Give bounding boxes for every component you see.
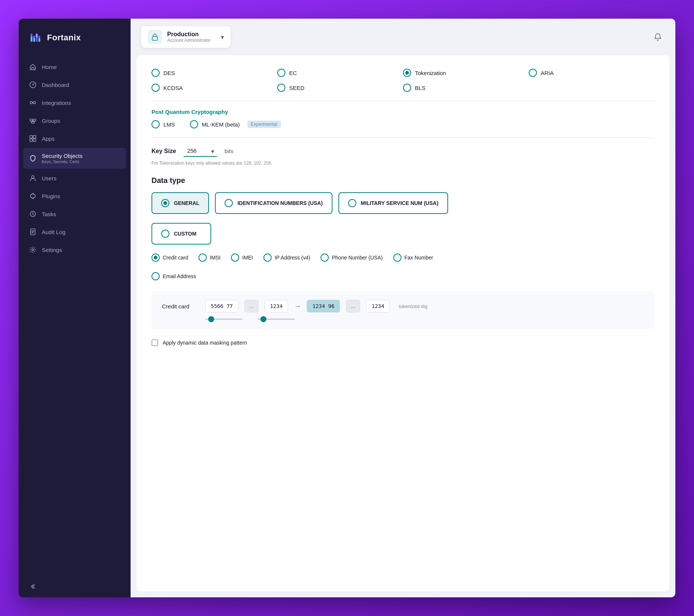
radio-kcdsa [151, 84, 160, 92]
algo-option-seed[interactable]: SEED [277, 84, 403, 92]
sidebar-item-groups[interactable]: Groups [23, 112, 126, 129]
plugins-icon [29, 192, 37, 200]
arrow-icon: → [294, 302, 301, 310]
credit-card-preview: Credit card 5566 77 ... 1234 → 1234 96 .… [151, 291, 654, 329]
svg-rect-15 [31, 122, 34, 123]
token-option-ip-address[interactable]: IP Address (v4) [263, 253, 310, 262]
svg-point-11 [30, 102, 32, 104]
sidebar-item-plugins[interactable]: Plugins [23, 187, 126, 205]
cc-slider-1[interactable] [205, 318, 243, 320]
algo-option-tokenization[interactable]: Tokenization [403, 69, 529, 77]
home-icon [29, 63, 37, 71]
svg-rect-18 [30, 139, 32, 141]
radio-email-address [151, 272, 160, 280]
token-option-credit-card[interactable]: Credit card [151, 253, 188, 262]
collapse-icon [29, 583, 36, 590]
token-option-email-address[interactable]: Email Address [151, 272, 654, 280]
sidebar-item-security-objects[interactable]: Security Objects Keys, Secrets, Certs [23, 148, 126, 169]
pqc-option-lms[interactable]: LMS [151, 120, 175, 128]
pqc-option-mlkem[interactable]: ML-KEM (beta) Experimental [190, 120, 281, 128]
token-label-imei: IMEI [242, 255, 253, 261]
key-size-select-wrap: 128 192 256 [184, 145, 217, 157]
cc-original-group2: 1234 [265, 300, 288, 312]
content-area: DES EC Tokenization ARIA KCDSA [137, 55, 669, 591]
fortanix-logo-icon [29, 31, 43, 45]
radio-imsi [198, 253, 207, 262]
sidebar-item-tasks[interactable]: Tasks [23, 205, 126, 223]
token-option-phone-number[interactable]: Phone Number (USA) [321, 253, 382, 262]
algo-label-bls: BLS [415, 85, 425, 91]
slider-thumb-1[interactable] [208, 316, 214, 322]
token-label-email-address: Email Address [163, 273, 196, 279]
sidebar-item-label-settings: Settings [42, 247, 120, 253]
account-selector[interactable]: Production Account Administrator ▾ [141, 26, 231, 48]
svg-rect-19 [33, 139, 36, 141]
svg-point-10 [32, 84, 34, 85]
integrations-icon [29, 99, 37, 106]
sidebar-item-dashboard[interactable]: Dashboard [23, 76, 126, 93]
divider-2 [151, 137, 654, 138]
divider-1 [151, 101, 654, 101]
data-type-card-general[interactable]: GENERAL [151, 192, 209, 214]
data-type-card-military[interactable]: MILITARY SERVICE NUM (USA) [338, 192, 448, 214]
token-option-imsi[interactable]: IMSI [198, 253, 221, 262]
token-label-fax-number: Fax Number [404, 255, 433, 261]
main-content: Production Account Administrator ▾ [131, 19, 675, 597]
bell-icon [654, 33, 662, 41]
apps-icon [29, 135, 37, 142]
key-size-section: Key Size 128 192 256 bits For Tokenizati… [151, 145, 654, 166]
radio-fax-number [393, 253, 401, 262]
tasks-icon [29, 210, 37, 218]
sidebar-item-users[interactable]: Users [23, 169, 126, 187]
algo-label-ec: EC [289, 70, 297, 76]
cc-preview-label: Credit card [162, 303, 199, 309]
masking-checkbox[interactable] [151, 339, 158, 346]
token-label-phone-number: Phone Number (USA) [332, 255, 382, 261]
data-type-card-custom[interactable]: CUSTOM [151, 223, 211, 245]
key-size-select[interactable]: 128 192 256 [184, 145, 217, 157]
algorithm-grid: DES EC Tokenization ARIA KCDSA [151, 69, 654, 92]
logo-text: Fortanix [47, 33, 81, 43]
cc-slider-2[interactable] [257, 318, 295, 320]
sidebar-item-apps[interactable]: Apps [23, 130, 126, 147]
key-size-hint: For Tokenization keys only allowed value… [151, 161, 654, 166]
slider-thumb-2[interactable] [260, 316, 266, 322]
algo-option-ec[interactable]: EC [277, 69, 403, 77]
sidebar-item-settings[interactable]: Settings [23, 241, 126, 258]
sidebar-item-label-apps: Apps [42, 136, 120, 142]
notification-button[interactable] [651, 30, 665, 44]
algo-option-des[interactable]: DES [151, 69, 277, 77]
sidebar-item-label-audit: Audit Log [42, 229, 120, 235]
cc-preview-row: Credit card 5566 77 ... 1234 → 1234 96 .… [162, 300, 644, 312]
sidebar-item-integrations[interactable]: Integrations [23, 94, 126, 111]
pqc-options: LMS ML-KEM (beta) Experimental [151, 120, 654, 128]
collapse-button[interactable] [29, 583, 120, 590]
lock-icon [151, 33, 159, 41]
custom-row: CUSTOM [151, 223, 654, 245]
sidebar-item-home[interactable]: Home [23, 58, 126, 75]
experimental-badge: Experimental [247, 121, 281, 128]
svg-point-23 [32, 249, 34, 251]
account-icon [148, 30, 162, 44]
token-label-imsi: IMSI [210, 255, 221, 261]
svg-rect-17 [33, 136, 36, 138]
data-type-card-identification[interactable]: IDENTIFICATION NUMBERS (USA) [215, 192, 332, 214]
token-option-imei[interactable]: IMEI [231, 253, 253, 262]
svg-rect-8 [38, 36, 40, 38]
topbar: Production Account Administrator ▾ [131, 19, 675, 55]
account-role: Account Administrator [167, 38, 216, 43]
svg-point-20 [32, 176, 34, 178]
token-option-fax-number[interactable]: Fax Number [393, 253, 433, 262]
svg-rect-2 [31, 34, 32, 37]
algo-option-aria[interactable]: ARIA [529, 69, 654, 77]
svg-rect-16 [30, 136, 32, 138]
dashboard-icon [29, 81, 37, 88]
sidebar-item-label-security: Security Objects Keys, Secrets, Certs [42, 153, 120, 164]
data-type-grid: GENERAL IDENTIFICATION NUMBERS (USA) MIL… [151, 192, 654, 214]
algo-label-kcdsa: KCDSA [163, 85, 183, 91]
algo-option-kcdsa[interactable]: KCDSA [151, 84, 277, 92]
security-icon [29, 155, 37, 162]
algo-option-bls[interactable]: BLS [403, 84, 529, 92]
token-label-credit-card: Credit card [163, 255, 188, 261]
sidebar-item-audit-log[interactable]: Audit Log [23, 223, 126, 240]
